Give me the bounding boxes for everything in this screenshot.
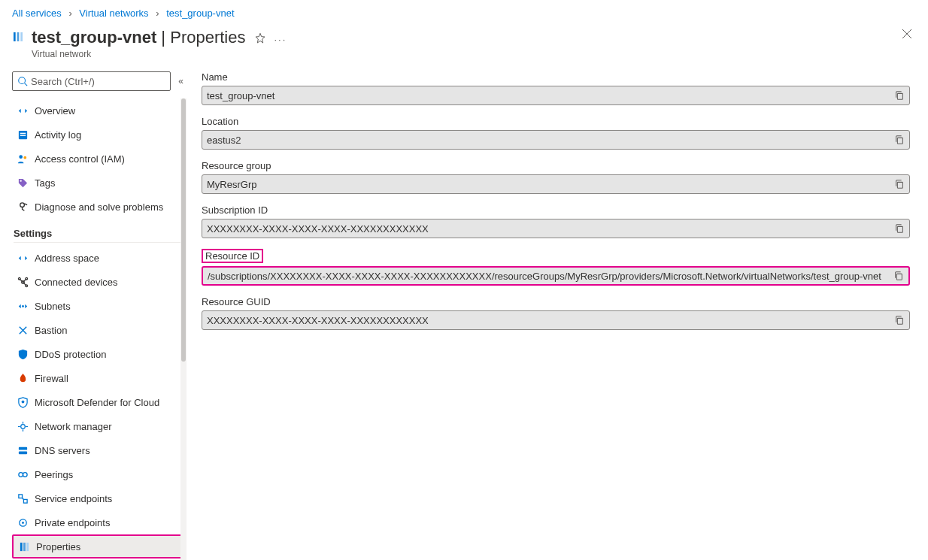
diagnose-icon	[17, 201, 29, 213]
subnets-icon	[17, 300, 29, 312]
property-field-resource-guid: Resource GUIDXXXXXXXX-XXXX-XXXX-XXXX-XXX…	[202, 296, 910, 330]
svg-rect-44	[897, 183, 902, 189]
svg-line-36	[22, 498, 23, 499]
sidebar-item-tags[interactable]: Tags	[12, 171, 183, 195]
svg-rect-30	[18, 447, 26, 450]
sidebar-item-overview[interactable]: Overview	[12, 98, 183, 123]
sidebar-item-label: Tags	[35, 177, 55, 189]
svg-point-11	[23, 156, 26, 159]
property-value: MyResrGrp	[207, 179, 894, 190]
sidebar-item-properties[interactable]: Properties	[12, 534, 183, 558]
service-endpoints-icon	[17, 492, 29, 504]
property-label: Resource ID	[202, 249, 263, 263]
sidebar-item-label: Overview	[35, 105, 75, 117]
property-value-box[interactable]: test_group-vnet	[202, 86, 910, 105]
property-value: XXXXXXXX-XXXX-XXXX-XXXX-XXXXXXXXXXXX	[207, 315, 894, 326]
sidebar-item-connected-devices[interactable]: Connected devices	[12, 270, 183, 294]
sidebar-item-label: Properties	[36, 541, 80, 552]
sidebar-search-input[interactable]: Search (Ctrl+/)	[12, 71, 171, 91]
sidebar-item-diagnose-and-solve-problems[interactable]: Diagnose and solve problems	[12, 195, 183, 219]
sidebar-item-label: DDoS protection	[35, 349, 106, 360]
sidebar-item-network-manager[interactable]: Network manager	[12, 414, 183, 438]
property-label: Location	[202, 116, 238, 127]
svg-line-6	[25, 83, 28, 86]
sidebar-scrollbar[interactable]	[180, 98, 187, 560]
copy-button[interactable]	[894, 135, 905, 145]
svg-rect-40	[23, 543, 26, 551]
sidebar-item-peerings[interactable]: Peerings	[12, 462, 183, 486]
svg-rect-1	[17, 32, 20, 41]
overview-icon	[17, 104, 29, 117]
svg-rect-45	[897, 227, 902, 233]
sidebar-item-label: Peerings	[35, 469, 73, 480]
svg-rect-47	[897, 319, 902, 325]
breadcrumb-link-all-services[interactable]: All services	[12, 8, 62, 19]
defender-icon	[17, 396, 29, 408]
property-value-box[interactable]: XXXXXXXX-XXXX-XXXX-XXXX-XXXXXXXXXXXX	[202, 310, 910, 330]
breadcrumb-link-virtual-networks[interactable]: Virtual networks	[79, 8, 148, 19]
tags-icon	[17, 177, 29, 189]
sidebar-item-dns-servers[interactable]: DNS servers	[12, 438, 183, 462]
copy-button[interactable]	[893, 271, 904, 281]
svg-point-33	[23, 473, 27, 477]
sidebar-item-access-control-iam[interactable]: Access control (IAM)	[12, 147, 183, 171]
dns-icon	[17, 444, 29, 456]
sidebar-item-label: Private endpoints	[35, 517, 110, 528]
sidebar-item-bastion[interactable]: Bastion	[12, 318, 183, 342]
sidebar-item-microsoft-defender-for-cloud[interactable]: Microsoft Defender for Cloud	[12, 390, 183, 414]
copy-button[interactable]	[894, 315, 905, 325]
page-header: test_group-vnet | Properties Virtual net…	[0, 23, 928, 68]
svg-rect-8	[20, 133, 26, 134]
breadcrumb-current[interactable]: test_group-vnet	[166, 8, 234, 19]
svg-rect-43	[897, 138, 902, 144]
activity-log-icon	[17, 129, 29, 141]
property-field-subscription-id: Subscription IDXXXXXXXX-XXXX-XXXX-XXXX-X…	[202, 204, 910, 238]
property-value-box[interactable]: eastus2	[202, 130, 910, 150]
resource-type-label: Virtual network	[32, 49, 245, 59]
property-value-box[interactable]: MyResrGrp	[202, 174, 910, 194]
sidebar-item-address-space[interactable]: Address space	[12, 246, 183, 270]
address-space-icon	[17, 252, 29, 264]
connected-devices-icon	[17, 276, 29, 288]
sidebar-item-label: Microsoft Defender for Cloud	[35, 397, 159, 408]
network-manager-icon	[17, 420, 29, 432]
chevron-right-icon: ›	[156, 8, 159, 19]
copy-button[interactable]	[894, 223, 905, 234]
property-value: /subscriptions/XXXXXXXX-XXXX-XXXX-XXXX-X…	[208, 271, 893, 282]
svg-point-12	[20, 180, 21, 181]
close-button[interactable]	[901, 28, 913, 42]
svg-rect-41	[26, 543, 29, 551]
svg-rect-31	[18, 451, 26, 454]
sidebar-scrollbar-thumb[interactable]	[181, 98, 186, 362]
svg-point-10	[19, 155, 23, 159]
property-label: Resource GUID	[202, 296, 271, 307]
sidebar-item-label: Diagnose and solve problems	[35, 201, 163, 213]
svg-point-13	[20, 203, 24, 207]
ddos-icon	[17, 348, 29, 360]
copy-button[interactable]	[894, 179, 905, 189]
property-value-box[interactable]: /subscriptions/XXXXXXXX-XXXX-XXXX-XXXX-X…	[202, 266, 910, 286]
sidebar-item-activity-log[interactable]: Activity log	[12, 123, 183, 147]
sidebar-item-label: Subnets	[35, 301, 71, 312]
property-field-resource-id: Resource ID/subscriptions/XXXXXXXX-XXXX-…	[202, 249, 910, 286]
pin-button[interactable]	[254, 32, 266, 47]
svg-rect-42	[897, 94, 902, 100]
sidebar-item-firewall[interactable]: Firewall	[12, 366, 183, 390]
copy-button[interactable]	[894, 90, 905, 101]
more-actions-button[interactable]: ···	[274, 34, 287, 45]
property-value: eastus2	[207, 135, 894, 146]
svg-rect-46	[896, 274, 902, 280]
collapse-menu-button[interactable]: «	[178, 76, 183, 86]
sidebar-item-label: Activity log	[35, 129, 81, 141]
property-value: test_group-vnet	[207, 90, 894, 101]
sidebar-item-label: Address space	[35, 253, 99, 264]
virtual-network-icon	[12, 31, 24, 43]
sidebar-item-private-endpoints[interactable]: Private endpoints	[12, 510, 183, 534]
sidebar-item-label: Access control (IAM)	[35, 153, 125, 165]
search-icon	[17, 76, 28, 86]
property-value-box[interactable]: XXXXXXXX-XXXX-XXXX-XXXX-XXXXXXXXXXXX	[202, 219, 910, 238]
svg-point-32	[18, 473, 23, 477]
sidebar-item-subnets[interactable]: Subnets	[12, 294, 183, 318]
sidebar-item-service-endpoints[interactable]: Service endpoints	[12, 486, 183, 510]
sidebar-item-ddos-protection[interactable]: DDoS protection	[12, 342, 183, 366]
